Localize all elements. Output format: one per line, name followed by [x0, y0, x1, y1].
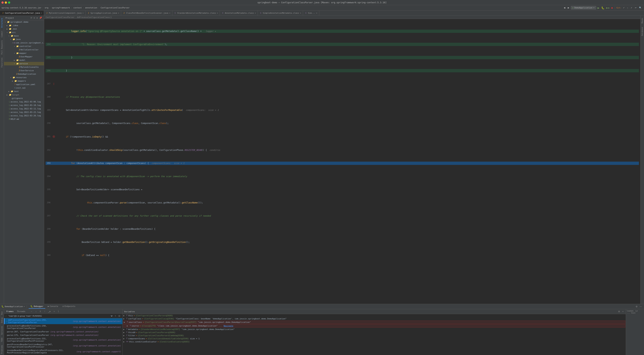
expand-icon[interactable]: ▶ — [123, 337, 126, 340]
frame-item[interactable]: parse:175, ConfigurationClassParser (org… — [4, 333, 122, 337]
code-content[interactable]: 283 logger.info("Ignoring @PropertySourc… — [44, 19, 640, 304]
breadcrumb-annotation[interactable]: annotation — [85, 7, 97, 9]
git-rollback-button[interactable]: ↩ — [634, 6, 638, 9]
tab-todo[interactable]: TODO — [0, 336, 4, 343]
minimize-button[interactable] — [5, 2, 7, 4]
variables-settings-button[interactable]: ⚙ — [617, 310, 621, 313]
pull-requests-tab[interactable]: Pull Requests — [0, 39, 4, 56]
tree-item-controller[interactable]: ▾ 📁 controller — [4, 45, 44, 48]
tab-problems[interactable]: Problems — [0, 343, 4, 355]
tab-sim[interactable]: C Sim... × — [303, 11, 319, 16]
variables-add-button[interactable]: + — [622, 310, 624, 313]
run-coverage-button[interactable]: ▶◈ — [606, 6, 610, 10]
debug-close-button[interactable]: — — [639, 305, 642, 308]
tab-run[interactable]: Run — [0, 310, 4, 316]
tree-item-initsql[interactable]: S init.sql — [4, 86, 44, 90]
var-componentscans[interactable]: ▶ f componentScans = {Collections$Unmodi… — [122, 337, 626, 340]
var-this[interactable]: ▶ f this = {ConfigurationClassParser@360… — [122, 314, 626, 317]
frame-item[interactable]: processConfigBeanDefinitions:250, Config… — [4, 324, 122, 330]
structure-tab[interactable]: Structure — [0, 17, 4, 29]
tree-item-access-log1[interactable]: L access_log.2022-03-06.log — [4, 100, 44, 104]
debug-session-close-icon[interactable]: × — [24, 305, 25, 308]
tree-item-usermapper[interactable]: J UserMapper — [4, 55, 44, 59]
frame-item[interactable]: postProcessBeanDefinitionRegistry:247, C… — [4, 343, 122, 348]
tree-item-mappers[interactable]: ▶ 📁 mappers — [4, 79, 44, 83]
tree-item-test[interactable]: ▶ 📁 test — [4, 90, 44, 93]
var-this0[interactable]: ▶ f this$0 = {ConfigurationClassParser@3… — [122, 331, 626, 334]
maven-tab[interactable]: Maven — [641, 17, 644, 25]
step-out-button[interactable]: ↑ — [44, 310, 46, 313]
tree-item-main[interactable]: ▾ 📁 main — [4, 34, 44, 38]
commit-tab[interactable]: Commit — [0, 29, 4, 39]
breadcrumb-jar[interactable]: spring-context-5.3.16-sources.jar — [2, 7, 42, 9]
filter-threads-button[interactable]: ⊟ — [118, 314, 121, 317]
tree-item-target[interactable]: ▶ 📁 target — [4, 93, 44, 97]
expand-icon[interactable]: ▶ — [123, 340, 126, 343]
force-step-into-button[interactable]: ⇓ — [39, 310, 42, 313]
expand-icon[interactable]: ▶ — [123, 317, 126, 320]
breadcrumb-org[interactable]: org — [45, 7, 48, 9]
tree-item-package[interactable]: ▾ ⊞ com.jessin.springboot.c... — [4, 41, 44, 45]
navigate-forward-button[interactable]: ▶ — [567, 6, 570, 9]
tab-close-icon[interactable]: × — [217, 12, 218, 14]
git-push-button[interactable]: ↑ — [626, 7, 629, 9]
settings-gear-icon[interactable]: ⚙ — [36, 17, 38, 19]
tree-item-myconditional[interactable]: J MyConditionalCo — [4, 65, 44, 69]
tab-springapplication[interactable]: J SpringApplication.java × — [86, 11, 121, 16]
tree-item-help[interactable]: M HELP.md — [4, 117, 44, 121]
expand-icon[interactable]: ▶ — [123, 314, 126, 317]
pin-icon[interactable]: 📌 — [39, 17, 42, 19]
tree-item-userservice[interactable]: J UserService — [4, 69, 44, 72]
step-over-button[interactable]: → — [30, 310, 33, 313]
tab-annotationmetadata[interactable]: C AnnotationMetadata.class × — [220, 11, 258, 16]
debug-button[interactable]: 🐛 — [601, 6, 605, 10]
tab-standardannotationmetadata[interactable]: C StandardAnnotationMetadata.class × — [172, 11, 220, 16]
frame-item[interactable]: invokeBeanDefinitionRegistryPostProcesso… — [4, 348, 122, 354]
navigate-link[interactable]: Navigate — [224, 325, 233, 327]
frames-button[interactable]: Frames — [6, 310, 14, 313]
var-metadata[interactable]: ▶ f metadata = {StandardAnnotationMetada… — [122, 328, 626, 331]
tree-item-hellocontroller[interactable]: J HelloController — [4, 48, 44, 52]
evaluate-button[interactable]: ≈ — [53, 310, 56, 313]
expand-icon[interactable]: ▶ — [123, 328, 126, 330]
frame-item[interactable]: ✓ doProcessConfigurationClass:293, Confi… — [4, 318, 122, 324]
tree-item-access-log2[interactable]: L access_log.2022-03-10.log — [4, 104, 44, 107]
tab-console[interactable]: ▶ Console — [46, 304, 60, 309]
tree-item-java[interactable]: ▾ 📁 java — [4, 38, 44, 41]
frame-item[interactable]: parse:207, ConfigurationClassParser (org… — [4, 330, 122, 333]
tree-item-model[interactable]: ▶ 📁 model — [4, 59, 44, 62]
tree-item-access-log3[interactable]: L access_log.2022-03-11.log — [4, 107, 44, 111]
frame-item[interactable]: processConfigBeanDefinitions:331, Config… — [4, 337, 122, 343]
close-button[interactable] — [2, 2, 4, 4]
expand-icon[interactable]: ▶ — [123, 331, 126, 334]
expand-icon[interactable]: ▶ — [127, 325, 129, 327]
breadcrumb-classparser[interactable]: ConfigurationClassParser — [100, 7, 130, 9]
step-into-button[interactable]: ↓ — [35, 310, 37, 313]
git-commit-button[interactable]: ✓ — [630, 6, 633, 9]
tree-item-gitignore[interactable]: . .gitignore — [4, 97, 44, 100]
tree-item-root[interactable]: ▾ 📁 springboot-demo — [4, 20, 44, 24]
favorites-tab[interactable]: Favorites — [0, 56, 4, 69]
tree-item-src[interactable]: ▾ 📁 src — [4, 31, 44, 34]
tree-item-applicationyaml[interactable]: Y application.yaml — [4, 83, 44, 86]
tree-item-resources[interactable]: ▾ 📁 resources — [4, 76, 44, 79]
tab-close-icon[interactable]: × — [316, 12, 317, 14]
var-configclass[interactable]: ▶ f configClass = {ConfigurationClass@35… — [122, 317, 626, 320]
tab-close-icon[interactable]: × — [169, 12, 170, 14]
navigate-back-button[interactable]: ◀ — [563, 6, 566, 9]
thread-selector[interactable]: "main"@1 in group "main": RUNNING — [8, 315, 113, 317]
threads-button[interactable]: Threads — [16, 310, 26, 313]
database-tab[interactable]: Database — [641, 26, 644, 37]
collapse-icon[interactable]: ⊟ — [33, 17, 36, 19]
stop-button[interactable]: ■ — [611, 6, 613, 10]
tab-debugger[interactable]: 🐛 Debugger — [29, 304, 45, 309]
git-update-button[interactable]: ✓ — [622, 6, 626, 9]
tab-myconditionalcomponent[interactable]: J MyConditionalComponent.java × — [44, 11, 86, 16]
tree-item-access-log5[interactable]: L access_log.2022-03-26.log — [4, 114, 44, 117]
drop-frame-button[interactable]: ⤵ — [57, 310, 60, 313]
maximize-button[interactable] — [8, 2, 10, 4]
tab-classpathbeanscanner[interactable]: J ClassPathBeanDefinitionScanner.java × — [121, 11, 172, 16]
tree-item-access-log4[interactable]: L access_log.2022-03-22.log — [4, 111, 44, 114]
tab-close-icon[interactable]: × — [118, 12, 119, 14]
breadcrumb-springframework[interactable]: springframework — [52, 7, 70, 9]
